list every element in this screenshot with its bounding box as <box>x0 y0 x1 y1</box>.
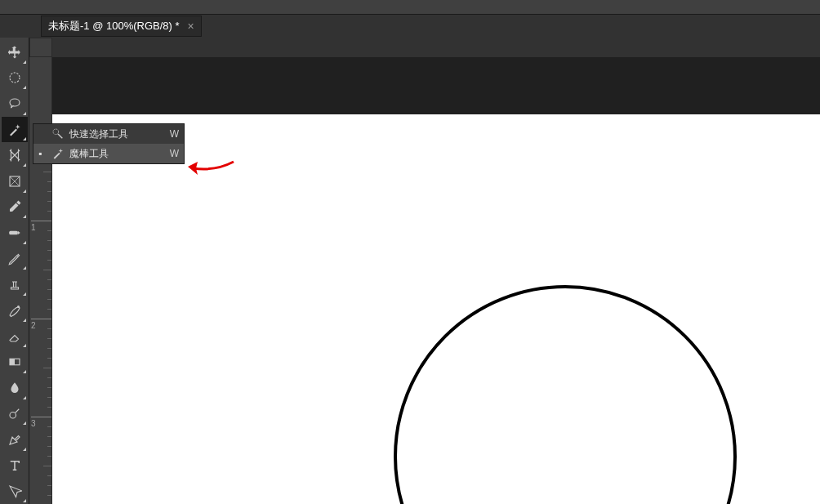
magic-wand-icon <box>50 147 66 160</box>
flyout-shortcut: W <box>170 128 179 140</box>
svg-rect-5 <box>10 359 15 365</box>
menu-bar <box>0 0 820 15</box>
path-tool[interactable] <box>2 478 28 504</box>
svg-point-7 <box>53 129 59 135</box>
clone-stamp-tool[interactable] <box>2 271 28 297</box>
document-tab-bar: 未标题-1 @ 100%(RGB/8) * × <box>0 15 820 38</box>
eyedropper-tool[interactable] <box>2 194 28 221</box>
flyout-label: 快速选择工具 <box>69 127 170 141</box>
flyout-quick-selection[interactable]: 快速选择工具 W <box>33 124 184 144</box>
flyout-shortcut: W <box>170 148 179 159</box>
svg-point-0 <box>10 73 20 83</box>
eraser-tool[interactable] <box>2 323 28 350</box>
pencil-tool[interactable] <box>2 246 28 272</box>
pen-tool[interactable] <box>2 426 28 453</box>
main-area: 0 1 2 3 4 5 6 7 1 2 3 <box>0 38 820 504</box>
magic-wand-tool[interactable] <box>2 117 28 143</box>
healing-brush-tool[interactable] <box>2 220 28 246</box>
tool-flyout-menu: 快速选择工具 W ▪ 魔棒工具 W <box>33 123 185 164</box>
tab-title: 未标题-1 @ 100%(RGB/8) * <box>48 19 180 33</box>
quick-selection-icon <box>50 127 66 140</box>
blur-tool[interactable] <box>2 375 28 401</box>
svg-point-6 <box>10 413 16 419</box>
workspace: 0 1 2 3 4 5 6 7 1 2 3 <box>29 38 820 504</box>
flyout-magic-wand[interactable]: ▪ 魔棒工具 W <box>33 144 184 163</box>
lasso-tool[interactable] <box>2 91 28 117</box>
move-tool[interactable] <box>2 39 28 65</box>
close-icon[interactable]: × <box>188 20 194 33</box>
ellipse-shape <box>394 285 737 504</box>
type-tool[interactable] <box>2 453 28 479</box>
gradient-tool[interactable] <box>2 349 28 375</box>
svg-point-3 <box>17 306 20 308</box>
tools-panel <box>0 38 29 504</box>
crop-tool[interactable] <box>2 142 28 168</box>
svg-rect-2 <box>9 231 18 235</box>
check-indicator: ▪ <box>38 148 47 159</box>
marquee-tool[interactable] <box>2 65 28 91</box>
document-tab[interactable]: 未标题-1 @ 100%(RGB/8) * × <box>41 16 202 37</box>
flyout-label: 魔棒工具 <box>69 147 170 161</box>
frame-tool[interactable] <box>2 168 28 194</box>
canvas[interactable] <box>52 114 820 504</box>
dodge-tool[interactable] <box>2 401 28 427</box>
history-brush-tool[interactable] <box>2 297 28 323</box>
ruler-corner <box>29 38 52 57</box>
annotation-arrow <box>186 157 235 179</box>
